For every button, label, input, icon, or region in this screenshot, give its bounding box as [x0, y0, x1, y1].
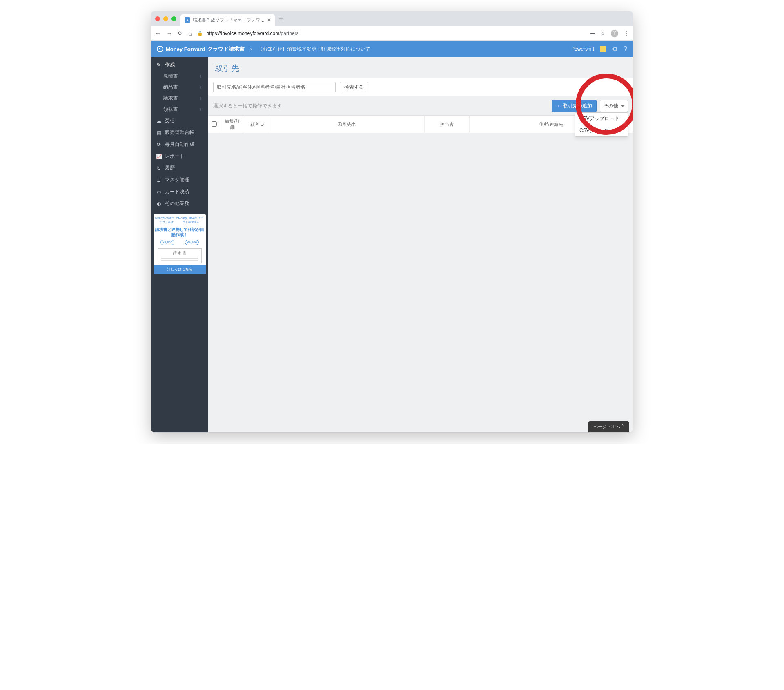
sidebar-sub-delivery[interactable]: 納品書 ＋: [151, 82, 208, 93]
user-name[interactable]: Powershift: [571, 46, 594, 52]
sidebar: ✎ 作成 見積書 ＋ 納品書 ＋ 請求書 ＋ 領収書 ＋ ☁ 受信: [151, 57, 208, 432]
tab-close-icon[interactable]: ✕: [267, 17, 271, 23]
plus-icon[interactable]: ＋: [198, 73, 203, 80]
search-button[interactable]: 検索する: [340, 82, 368, 92]
main-content: 取引先 検索する 選択すると一括で操作できます ＋ 取引先の追加 その他 CSV…: [208, 57, 633, 432]
pencil-icon: ✎: [156, 62, 162, 68]
sidebar-item-auto-monthly[interactable]: ⟳ 毎月自動作成: [151, 138, 208, 150]
select-all-checkbox[interactable]: [212, 121, 217, 127]
other-actions-dropdown: CSVアップロード CSVダウンロード: [575, 112, 628, 137]
header-notice-link[interactable]: 【お知らせ】消費税率変更・軽減税率対応について: [258, 46, 370, 53]
profile-avatar[interactable]: Y: [611, 30, 618, 37]
sidebar-promo[interactable]: MoneyForward クラウド会計 MoneyForward クラウド確定申…: [154, 214, 206, 274]
bookmark-star-icon[interactable]: ☆: [601, 31, 605, 36]
add-partner-button[interactable]: ＋ 取引先の追加: [552, 100, 596, 112]
browser-tab[interactable]: ¥ 請求書作成ソフト「マネーフォワ… ✕: [180, 14, 275, 26]
sidebar-sub-invoice[interactable]: 請求書 ＋: [151, 93, 208, 104]
search-row: 検索する: [208, 78, 633, 96]
app-header: Money Forward クラウド請求書 › 【お知らせ】消費税率変更・軽減税…: [151, 41, 633, 57]
other-actions-button[interactable]: その他: [600, 100, 628, 112]
card-icon: ▭: [156, 189, 162, 195]
inbox-icon: ☁: [156, 118, 162, 124]
back-button[interactable]: ←: [155, 30, 161, 37]
col-partner-name: 取引先名: [270, 116, 425, 133]
lock-icon: 🔒: [197, 31, 203, 36]
sidebar-create[interactable]: ✎ 作成: [151, 59, 208, 71]
reload-button[interactable]: ⟳: [178, 30, 183, 36]
favicon-icon: ¥: [185, 17, 190, 23]
maximize-window-icon[interactable]: [172, 16, 176, 21]
brand-mark-icon: [157, 46, 163, 52]
new-tab-button[interactable]: ＋: [275, 15, 287, 23]
guide-icon[interactable]: [600, 46, 606, 52]
browser-tab-bar: ¥ 請求書作成ソフト「マネーフォワ… ✕ ＋: [151, 11, 633, 26]
tab-title: 請求書作成ソフト「マネーフォワ…: [193, 17, 265, 23]
mf-icon: ◐: [156, 201, 162, 207]
plus-icon[interactable]: ＋: [198, 84, 203, 91]
sidebar-item-other-tasks[interactable]: ◐ その他業務: [151, 198, 208, 210]
promo-doc-thumbnail: 請 求 書: [158, 248, 202, 263]
partner-search-input[interactable]: [213, 82, 336, 92]
list-icon: ≣: [156, 177, 162, 183]
page-top-button[interactable]: ページTOPへ ˄: [588, 421, 629, 432]
chevron-up-icon: ˄: [621, 424, 624, 429]
sidebar-sub-quote[interactable]: 見積書 ＋: [151, 71, 208, 82]
plus-icon[interactable]: ＋: [198, 95, 203, 102]
csv-upload-item[interactable]: CSVアップロード: [575, 113, 628, 125]
bulk-hint-text: 選択すると一括で操作できます: [213, 103, 282, 109]
page-title: 取引先: [208, 57, 633, 78]
key-icon[interactable]: ⊶: [590, 31, 595, 36]
sidebar-item-card-payment[interactable]: ▭ カード決済: [151, 186, 208, 198]
toolbar-row: 選択すると一括で操作できます ＋ 取引先の追加 その他 CSVアップロード CS…: [208, 96, 633, 115]
brand-logo[interactable]: Money Forward クラウド請求書: [157, 45, 245, 53]
csv-download-item[interactable]: CSVダウンロード: [575, 125, 628, 136]
plus-icon: ＋: [556, 103, 561, 109]
promo-cta[interactable]: 詳しくはこちら: [154, 265, 206, 274]
settings-gear-icon[interactable]: ⚙: [612, 45, 618, 53]
sidebar-item-master[interactable]: ≣ マスタ管理: [151, 174, 208, 186]
col-person: 担当者: [425, 116, 470, 133]
minimize-window-icon[interactable]: [163, 16, 168, 21]
promo-title: 請求書と連携して仕訳が自動作成！: [154, 226, 206, 238]
col-edit: 編集/詳細: [220, 116, 245, 133]
breadcrumb-chevron-icon: ›: [250, 46, 252, 52]
plus-icon[interactable]: ＋: [198, 106, 203, 113]
sidebar-item-report[interactable]: 📈 レポート: [151, 150, 208, 162]
chevron-down-icon: [621, 105, 624, 107]
sidebar-sub-receipt[interactable]: 領収書 ＋: [151, 104, 208, 115]
sidebar-item-history[interactable]: ↻ 履歴: [151, 162, 208, 174]
partners-table: 編集/詳細 顧客ID 取引先名 担当者 住所/連絡先: [208, 115, 633, 133]
book-icon: ▤: [156, 130, 162, 136]
refresh-icon: ⟳: [156, 142, 162, 147]
browser-toolbar: ← → ⟳ ⌂ 🔒 https://invoice.moneyforward.c…: [151, 26, 633, 41]
help-icon[interactable]: ?: [624, 45, 627, 53]
col-customer-id: 顧客ID: [245, 116, 270, 133]
sidebar-item-sales-ledger[interactable]: ▤ 販売管理台帳: [151, 127, 208, 138]
address-bar[interactable]: 🔒 https://invoice.moneyforward.com/partn…: [197, 31, 584, 36]
close-window-icon[interactable]: [155, 16, 160, 21]
sidebar-item-inbox[interactable]: ☁ 受信: [151, 115, 208, 127]
url-text: https://invoice.moneyforward.com/partner…: [206, 31, 298, 36]
history-icon: ↻: [156, 165, 162, 171]
forward-button[interactable]: →: [167, 30, 172, 37]
window-controls: [155, 16, 176, 21]
chart-icon: 📈: [156, 154, 162, 159]
home-button[interactable]: ⌂: [188, 30, 192, 37]
browser-menu-icon[interactable]: ⋮: [624, 31, 629, 36]
